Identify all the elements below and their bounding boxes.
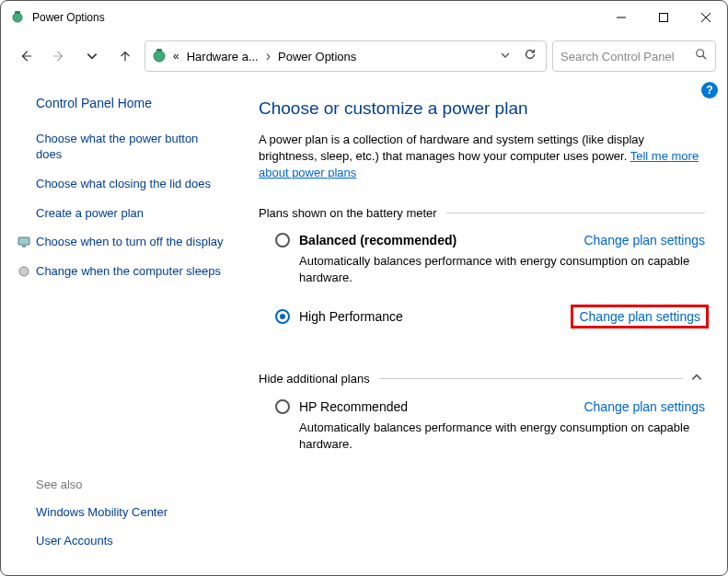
up-button[interactable]: [111, 42, 139, 70]
radio-hp-recommended[interactable]: [275, 399, 290, 414]
toolbar: « Hardware a... › Power Options Search C…: [1, 34, 727, 78]
plan-hp-recommended: HP Recommended Change plan settings Auto…: [275, 399, 705, 453]
sidebar-link-power-button[interactable]: Choose what the power button does: [36, 131, 224, 163]
breadcrumb-power-options[interactable]: Power Options: [274, 50, 360, 63]
control-panel-home-link[interactable]: Control Panel Home: [36, 95, 224, 112]
page-description: A power plan is a collection of hardware…: [259, 132, 705, 182]
back-button[interactable]: [12, 42, 40, 70]
power-options-icon: [10, 10, 25, 25]
see-also-mobility-center[interactable]: Windows Mobility Center: [36, 504, 224, 521]
sidebar-link-turn-off-display[interactable]: Choose when to turn off the display: [36, 234, 224, 250]
chevron-right-icon[interactable]: ›: [266, 48, 271, 64]
close-button[interactable]: [685, 1, 727, 34]
radio-high-performance[interactable]: [275, 309, 290, 324]
address-dropdown-button[interactable]: [500, 48, 511, 64]
see-also-label: See also: [36, 478, 224, 491]
change-settings-high-performance[interactable]: Change plan settings: [579, 309, 700, 324]
breadcrumb-overflow[interactable]: «: [173, 50, 179, 63]
maximize-button[interactable]: [642, 1, 685, 34]
highlight-change-settings: Change plan settings: [571, 305, 709, 328]
main-content: ? Choose or customize a power plan A pow…: [240, 78, 727, 575]
radio-balanced[interactable]: [275, 233, 290, 248]
breadcrumb-hardware[interactable]: Hardware a...: [183, 50, 262, 63]
svg-rect-1: [15, 11, 20, 14]
recent-locations-button[interactable]: [78, 42, 106, 70]
svg-point-12: [19, 267, 29, 276]
help-button[interactable]: ?: [701, 82, 718, 98]
plan-high-performance: High Performance Change plan settings: [275, 305, 705, 328]
see-also-user-accounts[interactable]: User Accounts: [36, 533, 224, 549]
search-placeholder: Search Control Panel: [560, 50, 695, 63]
svg-line-9: [703, 56, 707, 60]
change-settings-balanced[interactable]: Change plan settings: [584, 233, 705, 248]
address-bar[interactable]: « Hardware a... › Power Options: [144, 40, 547, 72]
sidebar-link-create-plan[interactable]: Create a power plan: [36, 205, 224, 222]
plan-balanced-desc: Automatically balances performance with …: [299, 253, 705, 286]
monitor-icon: [17, 236, 30, 248]
svg-rect-7: [156, 49, 162, 52]
svg-point-8: [697, 50, 704, 57]
svg-point-0: [13, 13, 22, 22]
sidebar: Control Panel Home Choose what the power…: [1, 78, 240, 575]
plan-high-performance-name[interactable]: High Performance: [299, 309, 403, 324]
sidebar-link-closing-lid[interactable]: Choose what closing the lid does: [36, 176, 224, 192]
plan-balanced: Balanced (recommended) Change plan setti…: [275, 233, 705, 286]
plan-hp-recommended-name[interactable]: HP Recommended: [299, 399, 408, 414]
sleep-icon: [17, 265, 30, 278]
page-heading: Choose or customize a power plan: [259, 98, 705, 119]
svg-rect-10: [18, 237, 29, 245]
change-settings-hp-recommended[interactable]: Change plan settings: [584, 399, 705, 414]
forward-button[interactable]: [45, 42, 73, 70]
minimize-button[interactable]: [600, 1, 642, 34]
search-icon: [695, 48, 708, 64]
plan-balanced-name[interactable]: Balanced (recommended): [299, 233, 456, 248]
svg-rect-11: [22, 246, 26, 248]
titlebar: Power Options: [1, 1, 727, 34]
expand-collapse-icon[interactable]: [690, 371, 705, 386]
refresh-button[interactable]: [520, 48, 540, 64]
svg-point-6: [154, 51, 165, 62]
svg-rect-3: [660, 14, 668, 22]
section-hide-additional[interactable]: Hide additional plans: [259, 371, 705, 386]
section-battery-meter: Plans shown on the battery meter: [259, 206, 705, 220]
window-title: Power Options: [32, 11, 105, 24]
plan-hp-recommended-desc: Automatically balances performance with …: [299, 420, 705, 453]
control-panel-icon: [151, 48, 168, 64]
sidebar-link-computer-sleeps[interactable]: Change when the computer sleeps: [36, 263, 221, 280]
search-input[interactable]: Search Control Panel: [552, 40, 716, 72]
